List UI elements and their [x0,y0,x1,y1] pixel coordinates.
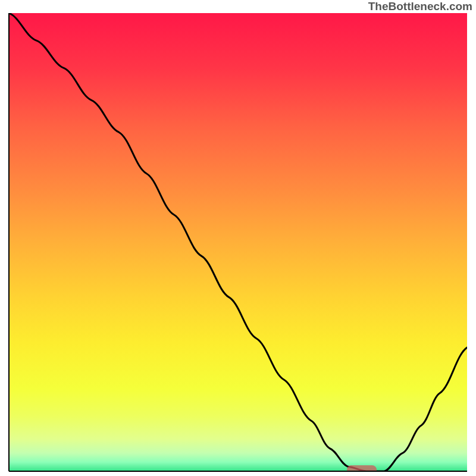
watermark-text: TheBottleneck.com [368,0,472,13]
optimal-marker [347,465,377,471]
chart-curve [9,13,467,471]
chart-container: TheBottleneck.com [0,0,476,476]
plot-area [9,13,467,471]
